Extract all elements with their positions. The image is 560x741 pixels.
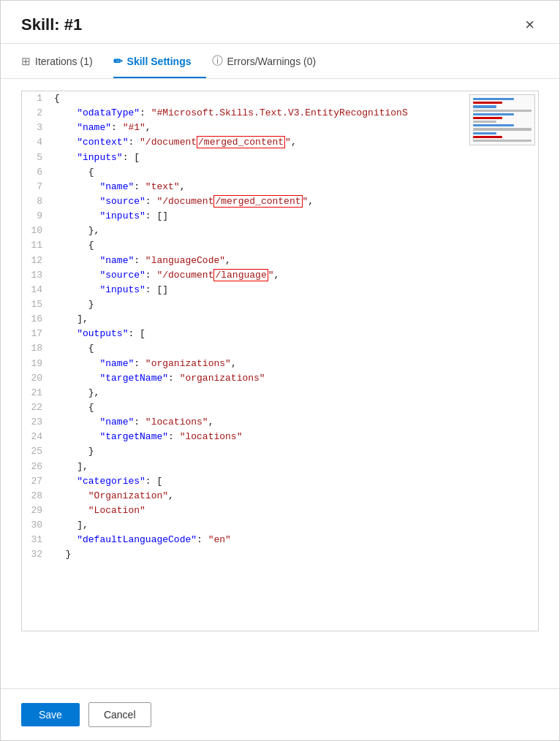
tab-errors[interactable]: ⓘ Errors/Warnings (0) bbox=[212, 44, 331, 78]
table-row: 10 }, bbox=[22, 224, 538, 238]
table-row: 6 { bbox=[22, 165, 538, 180]
table-row: 2 "odataType": "#Microsoft.Skills.Text.V… bbox=[22, 106, 538, 121]
table-row: 29 "Location" bbox=[22, 503, 538, 518]
dialog-title: Skill: #1 bbox=[21, 15, 82, 34]
table-row: 15 } bbox=[22, 297, 538, 312]
table-row: 11 { bbox=[22, 238, 538, 253]
table-row: 21 }, bbox=[22, 386, 538, 400]
tab-skill-settings-label: Skill Settings bbox=[127, 56, 192, 67]
tab-iterations[interactable]: ⊞ Iterations (1) bbox=[21, 45, 107, 78]
table-row: 1 { bbox=[22, 91, 538, 106]
table-row: 4 "context": "/document/merged_content", bbox=[22, 135, 538, 150]
table-row: 3 "name": "#1", bbox=[22, 121, 538, 135]
dialog-header: Skill: #1 × bbox=[1, 1, 559, 44]
info-icon: ⓘ bbox=[212, 54, 223, 68]
cancel-button[interactable]: Cancel bbox=[88, 702, 151, 727]
table-row: 26 ], bbox=[22, 460, 538, 474]
table-row: 14 "inputs": [] bbox=[22, 283, 538, 297]
table-row: 25 } bbox=[22, 444, 538, 459]
table-row: 30 ], bbox=[22, 518, 538, 533]
table-row: 28 "Organization", bbox=[22, 489, 538, 503]
thumbnail-preview bbox=[469, 94, 535, 145]
table-row: 18 { bbox=[22, 341, 538, 356]
table-row: 8 "source": "/document/merged_content", bbox=[22, 194, 538, 209]
table-row: 32 } bbox=[22, 547, 538, 562]
table-row: 7 "name": "text", bbox=[22, 180, 538, 194]
table-row: 9 "inputs": [] bbox=[22, 209, 538, 224]
table-row: 13 "source": "/document/language", bbox=[22, 268, 538, 283]
skill-dialog: Skill: #1 × ⊞ Iterations (1) ✏ Skill Set… bbox=[0, 0, 560, 741]
code-table: 1 { 2 "odataType": "#Microsoft.Skills.Te… bbox=[22, 91, 538, 563]
close-button[interactable]: × bbox=[521, 15, 539, 34]
tab-errors-label: Errors/Warnings (0) bbox=[227, 56, 317, 67]
table-row: 12 "name": "languageCode", bbox=[22, 254, 538, 268]
tab-iterations-label: Iterations (1) bbox=[35, 56, 93, 67]
table-row: 20 "targetName": "organizations" bbox=[22, 371, 538, 386]
table-row: 27 "categories": [ bbox=[22, 474, 538, 489]
pencil-icon: ✏ bbox=[113, 55, 123, 68]
dialog-footer: Save Cancel bbox=[1, 688, 559, 740]
table-row: 5 "inputs": [ bbox=[22, 151, 538, 165]
save-button[interactable]: Save bbox=[21, 703, 80, 726]
iterations-icon: ⊞ bbox=[21, 55, 31, 68]
tab-skill-settings[interactable]: ✏ Skill Settings bbox=[113, 45, 206, 78]
tab-bar: ⊞ Iterations (1) ✏ Skill Settings ⓘ Erro… bbox=[1, 44, 559, 79]
table-row: 17 "outputs": [ bbox=[22, 327, 538, 341]
table-row: 24 "targetName": "locations" bbox=[22, 430, 538, 444]
table-row: 16 ], bbox=[22, 312, 538, 327]
table-row: 22 { bbox=[22, 400, 538, 415]
table-row: 23 "name": "locations", bbox=[22, 415, 538, 430]
main-content: 1 { 2 "odataType": "#Microsoft.Skills.Te… bbox=[1, 79, 559, 688]
code-editor[interactable]: 1 { 2 "odataType": "#Microsoft.Skills.Te… bbox=[21, 91, 539, 631]
table-row: 19 "name": "organizations", bbox=[22, 357, 538, 371]
table-row: 31 "defaultLanguageCode": "en" bbox=[22, 533, 538, 547]
